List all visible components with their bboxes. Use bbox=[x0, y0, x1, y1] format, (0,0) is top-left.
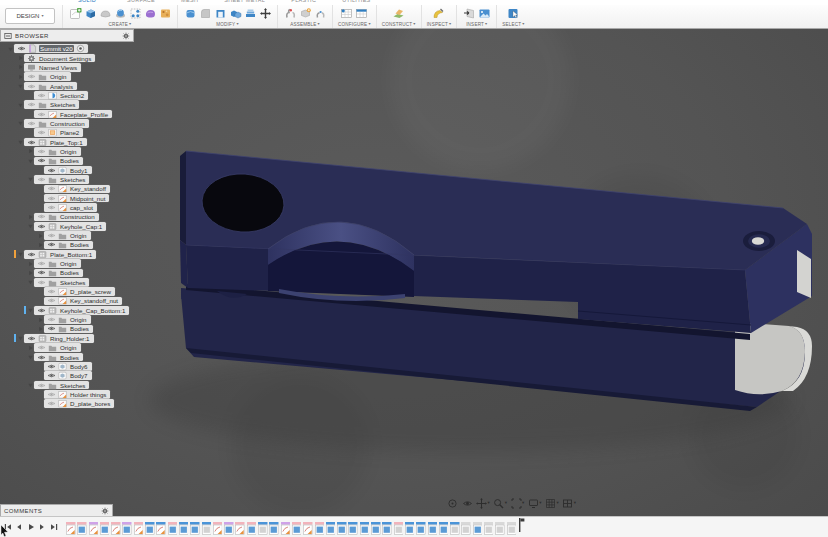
visibility-eye-icon[interactable] bbox=[37, 343, 46, 352]
tree-row-sketches[interactable]: Sketches bbox=[0, 175, 134, 184]
visibility-eye-icon[interactable] bbox=[37, 381, 46, 390]
toolbar-menu-inspect[interactable]: INSPECT▾ bbox=[427, 20, 452, 28]
tree-node-chip[interactable]: Sketches bbox=[34, 278, 89, 287]
tree-node-chip[interactable]: Construction bbox=[34, 213, 99, 222]
timeline-operation-18[interactable] bbox=[258, 521, 268, 534]
configuration-table-icon[interactable] bbox=[340, 6, 354, 20]
timeline-sketch-14[interactable] bbox=[213, 521, 223, 534]
timeline-feature-25[interactable] bbox=[337, 521, 347, 534]
form-icon[interactable] bbox=[98, 6, 112, 20]
look-at-button[interactable] bbox=[462, 498, 473, 509]
tree-row-keyhole-cap-bottom-1[interactable]: Keyhole_Cap_Bottom:1 bbox=[0, 306, 134, 315]
tree-row-bodies[interactable]: Bodies bbox=[0, 240, 134, 249]
expand-closed-icon[interactable] bbox=[37, 316, 44, 324]
tree-row-bodies[interactable]: Bodies bbox=[0, 324, 134, 333]
expand-open-icon[interactable] bbox=[17, 101, 24, 109]
timeline-position-marker[interactable] bbox=[518, 518, 527, 536]
pan-button[interactable]: ▾ bbox=[476, 498, 490, 509]
timeline-sketch-16[interactable] bbox=[235, 521, 245, 534]
tree-node-chip[interactable]: Holder things bbox=[44, 390, 110, 399]
toolbar-menu-configure[interactable]: CONFIGURE▾ bbox=[338, 20, 371, 28]
press-pull-icon[interactable] bbox=[183, 6, 197, 20]
toolbar-menu-insert[interactable]: INSERT▾ bbox=[466, 20, 487, 28]
expand-open-icon[interactable] bbox=[17, 82, 24, 90]
expand-closed-icon[interactable] bbox=[27, 260, 34, 268]
as-built-joint-icon[interactable] bbox=[313, 6, 327, 20]
collapse-panel-icon[interactable] bbox=[4, 32, 12, 40]
visibility-eye-icon[interactable] bbox=[37, 306, 46, 315]
expand-open-icon[interactable] bbox=[17, 334, 24, 342]
timeline-sketch-3[interactable] bbox=[89, 521, 99, 534]
visibility-eye-icon[interactable] bbox=[47, 399, 56, 408]
expand-closed-icon[interactable] bbox=[17, 73, 24, 81]
tree-node-chip[interactable]: Body7 bbox=[44, 371, 92, 380]
tree-row-plate-top-1[interactable]: Plate_Top:1 bbox=[0, 137, 134, 146]
timeline-feature-19[interactable] bbox=[269, 521, 279, 534]
expand-open-icon[interactable] bbox=[27, 157, 34, 165]
tab-mesh[interactable]: MESH bbox=[168, 0, 211, 5]
canvas-icon[interactable] bbox=[477, 6, 491, 20]
timeline-operation-13[interactable] bbox=[202, 521, 212, 534]
timeline-feature-28[interactable] bbox=[371, 521, 381, 534]
timeline-feature-33[interactable] bbox=[428, 521, 438, 534]
play-button[interactable] bbox=[26, 523, 35, 532]
timeline-feature-37[interactable] bbox=[473, 521, 483, 534]
tree-node-chip[interactable]: cap_slot bbox=[44, 203, 97, 212]
tab-sheet-metal[interactable]: SHEET METAL bbox=[211, 0, 278, 5]
visibility-eye-icon[interactable] bbox=[27, 119, 36, 128]
visibility-eye-icon[interactable] bbox=[47, 371, 56, 380]
timeline-sketch-20[interactable] bbox=[281, 521, 291, 534]
tree-row-plate-bottom-1[interactable]: Plate_Bottom:1 bbox=[0, 250, 134, 259]
timeline-sketch-5[interactable] bbox=[111, 521, 121, 534]
tree-node-chip[interactable]: Origin bbox=[44, 315, 91, 324]
expand-closed-icon[interactable] bbox=[37, 241, 44, 249]
visibility-eye-icon[interactable] bbox=[27, 82, 36, 91]
viewports-button[interactable]: ▾ bbox=[562, 498, 576, 509]
tree-row-origin[interactable]: Origin bbox=[0, 72, 134, 81]
tree-node-chip[interactable]: Body1 bbox=[44, 166, 92, 175]
timeline-sketch-7[interactable] bbox=[134, 521, 144, 534]
measure-icon[interactable] bbox=[432, 6, 446, 20]
zoom-button[interactable]: ▾ bbox=[493, 498, 507, 509]
expand-closed-icon[interactable] bbox=[17, 54, 24, 62]
timeline-sketch-9[interactable] bbox=[156, 521, 166, 534]
tree-row-sketches[interactable]: Sketches bbox=[0, 278, 134, 287]
expand-open-icon[interactable] bbox=[7, 45, 14, 53]
tree-row-origin[interactable]: Origin bbox=[0, 259, 134, 268]
tree-row-origin[interactable]: Origin bbox=[0, 147, 134, 156]
tree-row-summit-v20[interactable]: Summit v20 bbox=[0, 44, 134, 53]
toolbar-menu-modify[interactable]: MODIFY▾ bbox=[216, 20, 238, 28]
tree-row-sketches[interactable]: Sketches bbox=[0, 380, 134, 389]
visibility-eye-icon[interactable] bbox=[47, 194, 56, 203]
timeline-feature-21[interactable] bbox=[292, 521, 302, 534]
timeline-sketch-22[interactable] bbox=[303, 521, 313, 534]
pattern-icon[interactable] bbox=[128, 6, 142, 20]
tree-row-construction[interactable]: Construction bbox=[0, 119, 134, 128]
visibility-eye-icon[interactable] bbox=[47, 184, 56, 193]
timeline-feature-10[interactable] bbox=[168, 521, 178, 534]
visibility-eye-icon[interactable] bbox=[27, 100, 36, 109]
timeline-feature-6[interactable] bbox=[122, 521, 132, 534]
expand-open-icon[interactable] bbox=[27, 222, 34, 230]
tree-row-named-views[interactable]: Named Views bbox=[0, 63, 134, 72]
insert-derive-icon[interactable] bbox=[462, 6, 476, 20]
tree-node-chip[interactable]: Sketches bbox=[34, 175, 89, 184]
display-settings-button[interactable]: ▾ bbox=[528, 498, 542, 509]
timeline-feature-26[interactable] bbox=[348, 521, 358, 534]
tree-row-origin[interactable]: Origin bbox=[0, 315, 134, 324]
activate-component-radio[interactable] bbox=[76, 44, 85, 53]
tree-row-d-plate-screw[interactable]: D_plate_screw bbox=[0, 287, 134, 296]
fillet-icon[interactable] bbox=[198, 6, 212, 20]
visibility-eye-icon[interactable] bbox=[27, 250, 36, 259]
timeline-feature-27[interactable] bbox=[360, 521, 370, 534]
fit-button[interactable]: ▾ bbox=[511, 498, 525, 509]
timeline-feature-29[interactable] bbox=[382, 521, 392, 534]
visibility-eye-icon[interactable] bbox=[47, 166, 56, 175]
tree-node-chip[interactable]: Bodies bbox=[34, 269, 83, 278]
tree-node-chip[interactable]: Key_standoff bbox=[44, 185, 110, 194]
timeline-operation-35[interactable] bbox=[450, 521, 460, 534]
tree-node-chip[interactable]: Bodies bbox=[34, 353, 83, 362]
expand-open-icon[interactable] bbox=[27, 278, 34, 286]
timeline-feature-34[interactable] bbox=[439, 521, 449, 534]
tree-node-chip[interactable]: Origin bbox=[24, 72, 71, 81]
